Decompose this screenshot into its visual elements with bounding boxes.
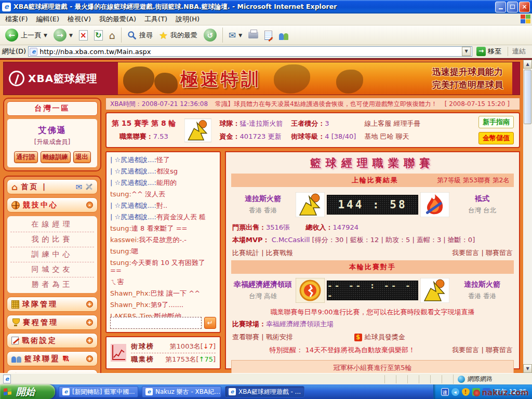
- back-button[interactable]: ← 上一頁 ▼: [2, 27, 50, 43]
- logout-button[interactable]: 退出: [73, 151, 91, 163]
- address-url: http://nba.xba.com.tw/Main.aspx: [39, 48, 151, 56]
- clipboard-icon: [11, 337, 19, 344]
- sidebar-item-arena[interactable]: 競技中心 -: [7, 197, 98, 212]
- mail-dropdown-icon[interactable]: ▼: [238, 33, 242, 38]
- match-stats-link[interactable]: 比賽統計: [232, 249, 259, 257]
- home-team[interactable]: 達拉斯火箭 香港 香港: [232, 194, 294, 215]
- history-icon: ↺: [204, 29, 217, 42]
- pro-rank-row: 職業榜 第1753名[↑75]: [131, 353, 216, 366]
- mail-button[interactable]: ✉▼: [225, 29, 245, 42]
- banner-art[interactable]: 極速特訓 迅速提升球員能力 完美打造明星球員: [118, 62, 512, 95]
- scroll-down-icon[interactable]: ▼: [523, 364, 532, 373]
- chat-send-button[interactable]: ↵: [204, 317, 216, 329]
- menu-view[interactable]: 檢視(V): [63, 14, 95, 25]
- offline-training-button[interactable]: 離線訓練: [41, 151, 71, 163]
- favorites-button[interactable]: ★ 我的最愛: [156, 28, 201, 43]
- scroll-up-icon[interactable]: ▲: [523, 60, 532, 69]
- address-dropdown-icon[interactable]: ▼: [462, 47, 471, 56]
- sidebar-item-schedule-mgmt[interactable]: 賽程管理 +: [7, 315, 98, 330]
- menu-file[interactable]: 檔案(F): [1, 14, 32, 25]
- sidebar-item-league-union[interactable]: 籃球聯盟 戰 +: [7, 351, 98, 366]
- collapse-tray-icon[interactable]: ◂: [451, 388, 459, 396]
- sidebar-item-city-friends[interactable]: 同城交友: [10, 262, 94, 277]
- view-league-link[interactable]: 查看聯賽: [232, 333, 259, 341]
- edit-button[interactable]: [261, 29, 275, 42]
- taskbar-task-3-active[interactable]: e XBA籃球經理遊戲 - ...: [225, 386, 304, 397]
- league-message-link[interactable]: 聯賽留言: [486, 249, 513, 257]
- expand-icon[interactable]: +: [86, 355, 93, 362]
- security-shield-icon[interactable]: !: [462, 388, 470, 396]
- next-home-team[interactable]: 幸福經濟經濟領頭 台灣 高雄: [232, 280, 294, 301]
- tactics-link[interactable]: 戰術安排: [266, 333, 293, 341]
- expand-icon[interactable]: +: [86, 337, 93, 344]
- history-button[interactable]: ↺: [201, 27, 220, 43]
- sidebar-item-team-mgmt[interactable]: 球隊管理 +: [7, 297, 98, 312]
- season-round: 第 15 賽季 第 8 輪: [112, 119, 176, 128]
- stop-button[interactable]: ×: [76, 29, 91, 42]
- page-favicon: e: [30, 48, 37, 56]
- leave-message-link[interactable]: 我要留言: [452, 249, 479, 257]
- league-message-link-2[interactable]: 聯賽留言: [486, 346, 513, 354]
- match-report-link[interactable]: 比賽戰報: [266, 249, 293, 257]
- menu-edit[interactable]: 編輯(E): [32, 14, 63, 25]
- close-button[interactable]: ×: [519, 2, 530, 12]
- leave-message-link-2[interactable]: 我要留言: [452, 346, 479, 354]
- chat-message: tsung:連 8 看來斷了 ==: [110, 224, 216, 232]
- sidebar-item-winner-king[interactable]: 勝者為王: [10, 277, 94, 292]
- ie-task-icon: e: [229, 388, 236, 395]
- print-button[interactable]: [245, 30, 261, 40]
- expand-icon[interactable]: +: [86, 319, 93, 326]
- funds-refresh-link[interactable]: 更新: [268, 132, 281, 140]
- away-team[interactable]: 袛式 台灣 台北: [451, 194, 513, 215]
- vertical-scrollbar[interactable]: ▲ ▼: [523, 60, 532, 373]
- street-rank-row: 街球榜 第1003名[↓7]: [131, 340, 216, 353]
- forward-button[interactable]: → ▼: [50, 27, 76, 43]
- reminder-row: 特別提醒： 14天不登錄將視為自動放棄俱樂部！ 我要留言 | 聯賽留言: [231, 344, 514, 357]
- refresh-button[interactable]: ↻: [91, 29, 106, 42]
- customer-service-link[interactable]: 線上客服: [364, 119, 391, 127]
- taskbar-task-1[interactable]: e [新聞轉貼] 藍軍中國...: [59, 386, 138, 397]
- sidebar-item-transfer-market[interactable]: 轉會市場: [7, 369, 98, 373]
- next-away-team[interactable]: 達拉斯火箭 香港 香港: [451, 280, 513, 301]
- go-button[interactable]: → 移至: [474, 46, 503, 57]
- sidebar-item-online-manager[interactable]: 在線經理: [10, 217, 94, 232]
- upgrade-member-link[interactable]: [升級成會員]: [9, 138, 96, 147]
- search-button[interactable]: 搜尋: [124, 29, 156, 42]
- menu-favorites[interactable]: 我的最愛(A): [95, 14, 140, 25]
- start-button[interactable]: 開始: [0, 384, 55, 399]
- tools-icon[interactable]: [85, 183, 93, 191]
- messenger-button[interactable]: [275, 29, 292, 42]
- promo-banner[interactable]: XBA籃球經理 極速特訓 迅速提升球員能力 完美打造明星球員: [3, 62, 520, 95]
- sidebar-item-home[interactable]: ⌂ 首页 | ✉: [7, 179, 98, 194]
- pass-button[interactable]: 通行證: [14, 151, 38, 163]
- newbie-guide-button[interactable]: 新手指南: [478, 116, 514, 128]
- coin-recharge-button[interactable]: 金幣儲值: [478, 132, 514, 144]
- site-logo[interactable]: XBA籃球經理: [4, 62, 118, 95]
- chat-link[interactable]: 聊天: [396, 132, 409, 140]
- menu-tools[interactable]: 工具(T): [140, 14, 171, 25]
- chat-input[interactable]: [110, 317, 202, 329]
- sidebar-item-training-center[interactable]: 訓練中心: [10, 247, 94, 262]
- bonus-link[interactable]: $ 給球員發獎金: [354, 332, 405, 342]
- minimize-button[interactable]: [495, 2, 506, 12]
- address-input[interactable]: e http://nba.xba.com.tw/Main.aspx ▼: [28, 46, 472, 57]
- forward-dropdown-icon[interactable]: ▼: [69, 33, 73, 38]
- menu-help[interactable]: 說明(H): [171, 14, 204, 25]
- collapse-icon[interactable]: -: [86, 202, 93, 208]
- manual-link[interactable]: 經理手冊: [393, 119, 420, 127]
- home-button[interactable]: ⌂: [106, 28, 118, 43]
- links-label[interactable]: 連結: [508, 47, 530, 56]
- expand-icon[interactable]: +: [86, 301, 93, 308]
- mail-icon[interactable]: ✉: [75, 182, 82, 192]
- edit-icon: [264, 31, 272, 40]
- scrollbar-thumb[interactable]: [524, 70, 531, 124]
- sidebar-item-tactics[interactable]: 戰術設定 +: [7, 333, 98, 348]
- taskbar-task-2[interactable]: e Nakuz 樂古 - XBA紀...: [142, 386, 221, 397]
- baha-link[interactable]: 巴哈: [380, 132, 393, 140]
- base-link[interactable]: 基地: [364, 132, 378, 140]
- restore-button[interactable]: [507, 2, 518, 12]
- back-dropdown-icon[interactable]: ▼: [44, 33, 47, 38]
- mvp-line: 本場MVP： C.McCaskill [得分：30 | 籃板：12 | 助攻：5…: [231, 234, 514, 246]
- sidebar-item-my-matches[interactable]: 我的比賽: [10, 232, 94, 247]
- ime-speed-icon[interactable]: 速: [441, 388, 449, 396]
